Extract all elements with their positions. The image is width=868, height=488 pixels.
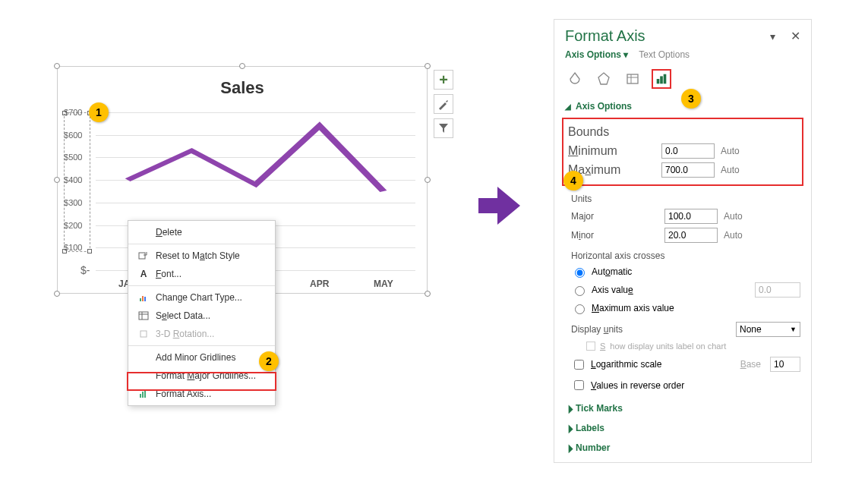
tab-text-options[interactable]: Text Options [639,49,690,60]
axis-icon [136,388,151,400]
resize-handle[interactable] [54,177,60,183]
menu-item-label: Add Minor Gridlines [156,352,235,363]
svg-rect-2 [142,296,144,301]
crosses-automatic-label: Automatic [592,266,632,277]
menu-item-delete[interactable]: Delete [128,223,275,241]
blank-icon [136,226,151,238]
tab-axis-options[interactable]: Axis Options ▾ [565,49,628,60]
menu-item-font[interactable]: AFont... [128,265,275,283]
svg-rect-12 [627,74,638,83]
minor-input[interactable] [664,228,718,243]
maximum-input[interactable] [661,162,715,178]
menu-item-label: 3-D Rotation... [156,329,214,339]
crosses-max-radio[interactable] [575,304,585,314]
minimum-label: Minimum [568,144,655,158]
menu-item-add-minor-gridlines[interactable]: Add Minor Gridlines [128,348,275,367]
minimum-auto[interactable]: Auto [721,146,740,156]
maximum-auto[interactable]: Auto [721,165,740,175]
section-number[interactable]: ◢Number [554,438,811,462]
resize-handle[interactable] [425,291,431,297]
major-auto[interactable]: Auto [724,211,743,222]
display-units-note: Show display units label on chart [571,342,800,351]
menu-item-label: Change Chart Type... [156,292,242,303]
menu-item-reset-to-match-style[interactable]: Reset to Match Style [128,247,275,265]
crosses-max-label: Maximum axis value [592,303,674,313]
chart-elements-button[interactable]: + [434,70,453,90]
menu-item-select-data[interactable]: Select Data... [128,307,275,325]
blank-icon [136,370,151,382]
menu-item-format-axis[interactable]: Format Axis... [128,385,275,403]
callout-1: 1 [89,102,109,122]
log-scale-checkbox[interactable] [574,360,584,370]
minor-auto[interactable]: Auto [724,230,743,241]
svg-marker-11 [598,73,609,84]
crosses-label: Horizontal axis crosses [571,250,800,261]
resize-handle[interactable] [239,63,245,69]
crosses-automatic-radio[interactable] [575,268,585,278]
resize-handle[interactable] [425,177,431,183]
svg-rect-15 [657,79,660,83]
log-base-input[interactable] [770,357,800,372]
pane-dropdown-icon[interactable]: ▾ [770,30,775,43]
chart-styles-button[interactable] [434,94,453,114]
x-tick-label: MAY [374,279,393,289]
svg-rect-0 [139,253,145,259]
major-input[interactable] [664,209,718,224]
reverse-order-checkbox[interactable] [574,380,584,390]
3d-icon [136,328,151,340]
svg-rect-1 [140,298,141,301]
svg-rect-4 [139,312,148,320]
display-units-select[interactable]: None▼ [736,322,800,337]
menu-item-format-major-gridlines[interactable]: Format Major Gridlines... [128,367,275,385]
menu-item-label: Select Data... [156,310,210,321]
menu-item-label: Delete [156,227,182,238]
chart-quick-tools: + [434,70,453,143]
callout-2: 2 [259,351,279,371]
menu-item-d-rotation: 3-D Rotation... [128,325,275,343]
svg-rect-7 [140,331,147,337]
fill-line-icon[interactable] [565,69,585,89]
display-units-label: Display units [571,324,658,335]
bounds-label: Bounds [568,125,797,139]
log-scale-label: Logarithmic scale [591,359,661,370]
crosses-axisvalue-label: Axis value [592,285,633,295]
svg-rect-3 [144,297,146,301]
y-tick-label: 300 [64,198,82,207]
section-tick-marks[interactable]: ◢Tick Marks [554,398,811,418]
crosses-axisvalue-radio[interactable] [575,286,585,296]
context-menu: DeleteReset to Match StyleAFont...Change… [128,220,276,406]
units-label: Units [571,194,800,204]
size-properties-icon[interactable] [623,69,642,89]
effects-icon[interactable] [594,69,614,89]
axis-options-icon[interactable] [652,69,671,89]
bounds-section: Bounds Minimum Auto Maximum Auto [562,118,803,186]
pane-close-icon[interactable]: ✕ [791,29,800,43]
y-tick-label: 400 [64,175,82,184]
svg-rect-10 [144,390,146,398]
section-labels[interactable]: ◢Labels [554,418,811,438]
A-icon: A [136,268,151,280]
svg-rect-16 [660,76,663,83]
format-axis-pane: Format Axis ▾ ✕ Axis Options ▾ Text Opti… [554,19,812,463]
svg-rect-17 [664,74,667,84]
major-label: Major [571,211,658,222]
svg-rect-8 [140,394,141,398]
y-tick-label: 600 [64,131,82,140]
menu-item-label: Format Axis... [156,389,211,399]
crosses-value-input[interactable] [755,282,800,298]
menu-item-label: Reset to Match Style [156,250,240,261]
chart-filter-button[interactable] [434,118,453,138]
minimum-input[interactable] [661,143,715,159]
menu-item-change-chart-type[interactable]: Change Chart Type... [128,288,275,307]
chart-title[interactable]: Sales [58,67,427,102]
y-tick-label: 700 [64,108,82,117]
resize-handle[interactable] [54,291,60,297]
data-icon [136,310,151,322]
y-tick-label: 100 [64,243,82,252]
resize-handle[interactable] [54,63,60,69]
resize-handle[interactable] [425,63,431,69]
y-tick-label: - [80,264,90,276]
x-tick-label: APR [310,279,329,289]
callout-4: 4 [563,171,583,190]
chart-icon [136,291,151,304]
